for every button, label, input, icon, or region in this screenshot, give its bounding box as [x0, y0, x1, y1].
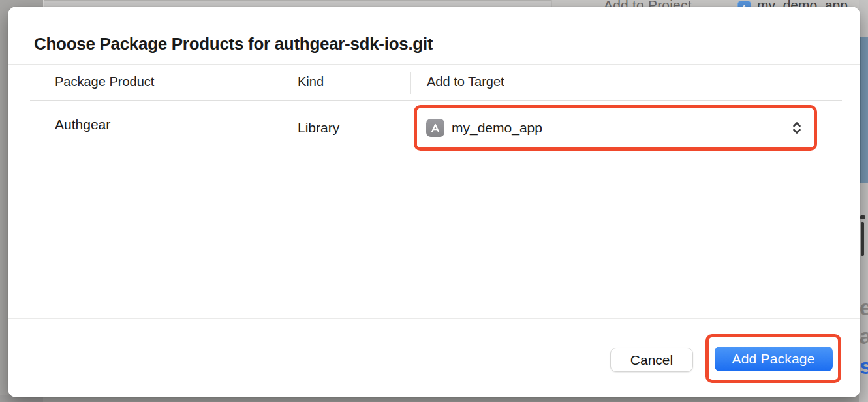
kind-cell: Library [298, 120, 339, 136]
background-clipped-letter: e [860, 295, 868, 320]
background-clipped-glyph [861, 222, 864, 256]
cancel-button[interactable]: Cancel [610, 348, 693, 372]
background-clipped-glyph [860, 215, 865, 219]
column-divider [281, 72, 281, 94]
package-product-cell: Authgear [55, 117, 110, 132]
header-separator [30, 100, 842, 101]
footer-separator [8, 318, 860, 319]
annotation-highlight-dropdown: my_demo_app [414, 105, 817, 151]
title-separator [8, 64, 860, 65]
choose-package-products-dialog: Choose Package Products for authgear-sdk… [8, 7, 860, 397]
column-divider [410, 72, 411, 94]
app-target-icon [426, 119, 444, 137]
background-clipped-letter: s [860, 354, 868, 379]
column-header-package-product: Package Product [55, 74, 154, 89]
background-selection-strip [860, 37, 868, 183]
add-package-button[interactable]: Add Package [715, 347, 833, 371]
add-to-target-value: my_demo_app [452, 120, 542, 136]
dialog-title: Choose Package Products for authgear-sdk… [34, 34, 433, 54]
background-clipped-letter: a [860, 324, 868, 349]
column-header-add-to-target: Add to Target [427, 74, 504, 89]
chevron-up-down-icon [792, 120, 802, 136]
column-header-kind: Kind [298, 74, 324, 89]
annotation-highlight-add-package: Add Package [705, 334, 841, 383]
add-to-target-select[interactable]: my_demo_app [417, 108, 814, 147]
